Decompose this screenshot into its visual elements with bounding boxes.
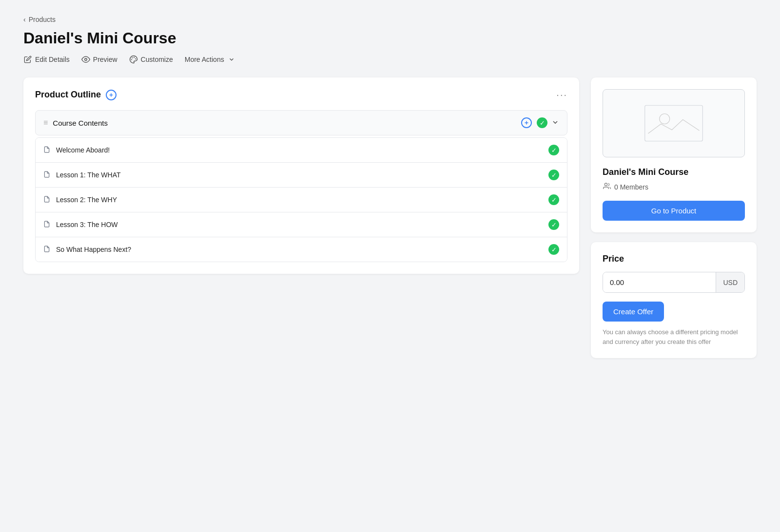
go-to-product-button[interactable]: Go to Product: [603, 201, 745, 221]
outline-more-button[interactable]: ···: [556, 89, 567, 100]
section-title: Course Contents: [53, 119, 516, 127]
svg-point-1: [134, 57, 134, 58]
outline-add-button[interactable]: [106, 90, 117, 100]
lesson-doc-icon: [43, 220, 50, 229]
lesson-check-icon: ✓: [548, 145, 559, 155]
svg-point-11: [604, 183, 607, 186]
eye-icon: [81, 55, 90, 64]
offer-hint: You can always choose a different pricin…: [603, 327, 745, 346]
lesson-name: Lesson 1: The WHAT: [56, 171, 543, 179]
list-item: Welcome Aboard! ✓: [36, 138, 567, 163]
outline-title: Product Outline: [35, 90, 101, 100]
lesson-doc-icon: [43, 146, 50, 155]
price-input[interactable]: [603, 272, 716, 292]
price-input-row: USD: [603, 272, 745, 293]
svg-point-3: [132, 57, 133, 58]
palette-icon: [129, 55, 138, 64]
page-title: Daniel's Mini Course: [23, 29, 757, 47]
lesson-check-icon: ✓: [548, 244, 559, 255]
product-card-title: Daniel's Mini Course: [603, 167, 745, 177]
breadcrumb[interactable]: ‹ Products: [23, 16, 757, 23]
drag-handle-icon[interactable]: ≡: [43, 118, 48, 127]
section-check-icon: ✓: [537, 117, 547, 128]
lesson-check-icon: ✓: [548, 219, 559, 230]
lesson-name: Lesson 3: The HOW: [56, 221, 543, 228]
breadcrumb-arrow: ‹: [23, 16, 26, 23]
toolbar-preview[interactable]: Preview: [81, 55, 117, 64]
breadcrumb-label: Products: [29, 16, 56, 23]
toolbar-edit-details[interactable]: Edit Details: [23, 55, 70, 64]
lesson-doc-icon: [43, 195, 50, 205]
toolbar-more-actions[interactable]: More Actions: [185, 55, 236, 64]
price-card: Price USD Create Offer You can always ch…: [591, 242, 757, 358]
section-actions: ✓: [537, 117, 559, 128]
lesson-check-icon: ✓: [548, 194, 559, 205]
list-item: Lesson 3: The HOW ✓: [36, 212, 567, 237]
svg-rect-9: [645, 105, 703, 141]
section-add-button[interactable]: [521, 117, 532, 128]
toolbar: Edit Details Preview Customize More Acti…: [23, 55, 757, 64]
product-outline-panel: Product Outline ··· ≡ Course Contents ✓: [23, 77, 579, 274]
list-item: Lesson 2: The WHY ✓: [36, 188, 567, 212]
toolbar-customize[interactable]: Customize: [129, 55, 173, 64]
edit-details-label: Edit Details: [35, 56, 70, 63]
more-actions-label: More Actions: [185, 56, 224, 63]
outline-header: Product Outline ···: [35, 89, 567, 100]
main-layout: Product Outline ··· ≡ Course Contents ✓: [23, 77, 757, 358]
chevron-down-icon: [227, 55, 236, 64]
lesson-name: Welcome Aboard!: [56, 146, 543, 154]
lesson-list: Welcome Aboard! ✓ Lesson 1: The WHAT ✓: [35, 137, 567, 262]
members-icon: [603, 182, 611, 192]
customize-label: Customize: [141, 56, 173, 63]
lesson-name: So What Happens Next?: [56, 246, 543, 253]
list-item: Lesson 1: The WHAT ✓: [36, 163, 567, 188]
currency-badge: USD: [716, 272, 744, 292]
outline-header-left: Product Outline: [35, 90, 117, 100]
section-chevron-icon[interactable]: [551, 118, 559, 128]
svg-point-0: [85, 58, 87, 61]
right-panel: Daniel's Mini Course 0 Members Go to Pro…: [591, 77, 757, 358]
lesson-doc-icon: [43, 245, 50, 254]
product-image: [603, 89, 745, 157]
lesson-doc-icon: [43, 171, 50, 180]
list-item: So What Happens Next? ✓: [36, 237, 567, 262]
preview-label: Preview: [93, 56, 117, 63]
price-title: Price: [603, 254, 745, 264]
svg-point-4: [131, 59, 132, 60]
members-row: 0 Members: [603, 182, 745, 192]
create-offer-button[interactable]: Create Offer: [603, 302, 664, 322]
svg-point-2: [135, 59, 136, 59]
members-count: 0 Members: [614, 183, 648, 191]
product-info-card: Daniel's Mini Course 0 Members Go to Pro…: [591, 77, 757, 232]
course-section-row: ≡ Course Contents ✓: [35, 110, 567, 135]
pencil-icon: [23, 55, 32, 64]
lesson-check-icon: ✓: [548, 170, 559, 180]
lesson-name: Lesson 2: The WHY: [56, 196, 543, 204]
